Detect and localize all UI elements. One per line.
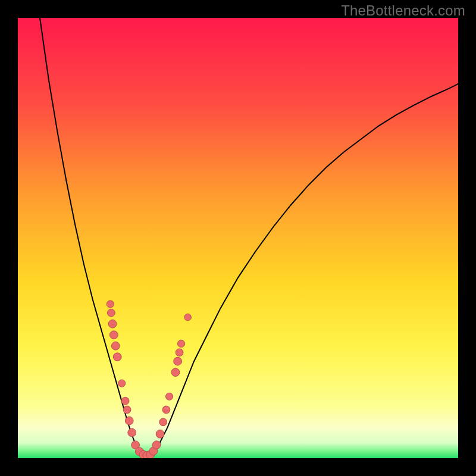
chart-svg — [18, 18, 458, 458]
scatter-point — [152, 441, 161, 449]
scatter-point — [171, 368, 180, 377]
scatter-point — [121, 397, 129, 405]
scatter-point — [111, 342, 120, 350]
scatter-point — [118, 380, 126, 387]
gradient-background — [18, 18, 458, 458]
scatter-point — [107, 300, 114, 308]
scatter-point — [162, 406, 170, 414]
scatter-point — [107, 309, 115, 317]
scatter-point — [113, 353, 121, 361]
watermark-text: TheBottleneck.com — [341, 2, 465, 19]
chart-frame: TheBottleneck.com — [0, 0, 476, 476]
scatter-point — [176, 349, 183, 356]
plot-area — [18, 18, 458, 458]
scatter-point — [159, 418, 167, 426]
scatter-point — [165, 393, 173, 400]
scatter-point — [177, 340, 184, 347]
scatter-point — [109, 331, 118, 339]
scatter-point — [174, 357, 182, 365]
scatter-point — [123, 406, 131, 414]
scatter-point — [108, 320, 117, 328]
scatter-point — [156, 430, 164, 438]
scatter-point — [125, 416, 133, 425]
scatter-point — [184, 314, 192, 321]
scatter-point — [128, 428, 136, 437]
